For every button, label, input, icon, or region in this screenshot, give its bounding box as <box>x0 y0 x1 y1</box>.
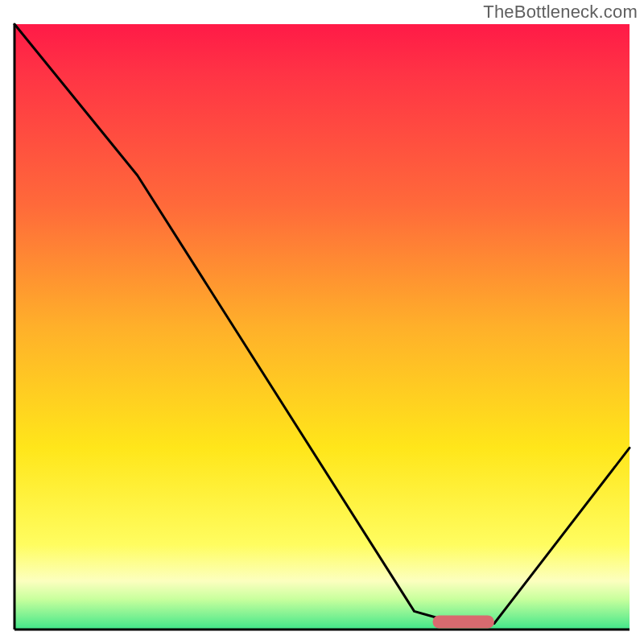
bottleneck-chart <box>14 24 630 630</box>
bottleneck-curve <box>14 24 630 624</box>
chart-svg-layer <box>14 24 630 630</box>
optimal-marker <box>433 616 494 629</box>
attribution-text: TheBottleneck.com <box>483 2 638 23</box>
